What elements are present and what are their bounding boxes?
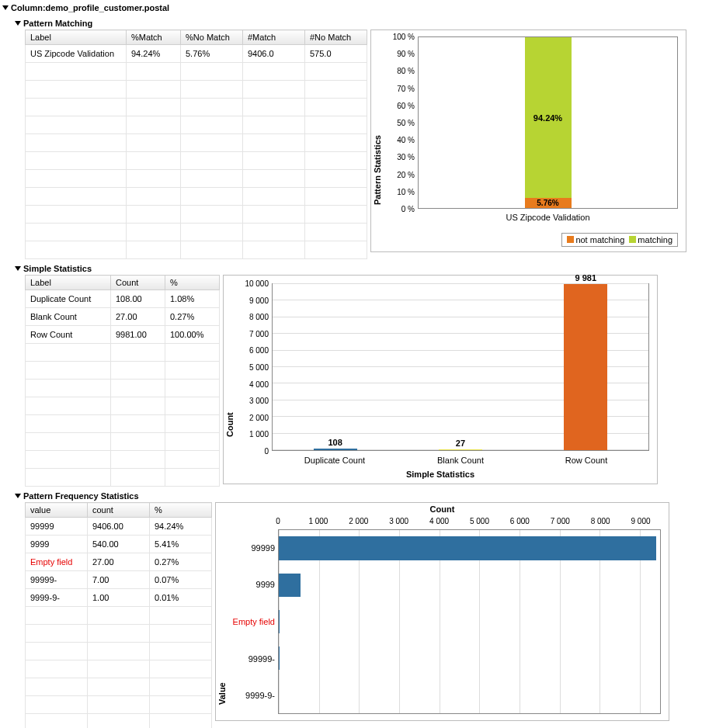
expand-icon [15, 266, 21, 271]
match-pct-label: 94.24% [525, 37, 572, 198]
table-row[interactable]: 999999406.0094.24% [26, 518, 212, 536]
x-category: US Zipcode Validation [418, 213, 678, 222]
expand-icon [15, 21, 21, 26]
y-axis-label: Count [225, 307, 235, 437]
expand-icon [15, 494, 21, 498]
nomatch-pct-label: 5.76% [525, 198, 572, 208]
col-value[interactable]: value [26, 503, 88, 518]
table-row[interactable]: US Zipcode Validation 94.24% 5.76% 9406.… [26, 45, 367, 63]
col-pmatch[interactable]: %Match [127, 30, 181, 45]
col-pnomatch[interactable]: %No Match [181, 30, 243, 45]
pattern-freq-chart: Count Value 01 0002 0003 0004 0005 0006 … [215, 502, 669, 721]
y-axis-label: Value [217, 549, 227, 705]
table-row[interactable]: Duplicate Count108.001.08% [26, 290, 220, 308]
pattern-matching-table[interactable]: Label %Match %No Match #Match #No Match … [25, 29, 367, 259]
table-row[interactable]: 99999-7.000.07% [26, 571, 212, 589]
col-label[interactable]: Label [26, 30, 127, 45]
col-pct[interactable]: % [165, 276, 220, 290]
expand-icon [2, 5, 9, 10]
simple-stats-table[interactable]: Label Count % Duplicate Count108.001.08%… [25, 275, 220, 487]
section-title: Pattern Frequency Statistics [23, 491, 139, 501]
col-pct[interactable]: % [150, 503, 212, 518]
col-nnomatch[interactable]: #No Match [305, 30, 367, 45]
table-row[interactable]: Row Count9981.00100.00% [26, 326, 220, 344]
pattern-freq-table[interactable]: value count % 999999406.0094.24%9999540.… [25, 502, 212, 728]
pattern-frequency-header[interactable]: Pattern Frequency Statistics [16, 490, 699, 502]
col-count[interactable]: Count [111, 276, 165, 290]
x-axis-label: Count [216, 504, 669, 514]
simple-stats-chart: Count 108279 981 01 0002 0003 0004 0005 … [223, 275, 658, 484]
column-header[interactable]: Column:demo_profile_customer.postal [3, 2, 699, 14]
col-count[interactable]: count [88, 503, 150, 518]
pattern-matching-header[interactable]: Pattern Matching [16, 17, 699, 29]
table-row[interactable]: 9999-9-1.000.01% [26, 589, 212, 607]
table-row[interactable]: Blank Count27.000.27% [26, 308, 220, 326]
column-title: Column:demo_profile_customer.postal [11, 3, 169, 12]
y-axis-label: Pattern Statistics [373, 54, 382, 205]
chart-legend: not matching matching [561, 233, 678, 247]
pattern-statistics-chart: Pattern Statistics 94.24% 5.76% US Zipco… [370, 29, 686, 252]
section-title: Pattern Matching [23, 19, 92, 28]
col-label[interactable]: Label [26, 276, 111, 290]
col-nmatch[interactable]: #Match [243, 30, 305, 45]
table-row[interactable]: Empty field27.000.27% [26, 553, 212, 571]
x-axis-label: Simple Statistics [224, 470, 657, 479]
table-row[interactable]: 9999540.005.41% [26, 536, 212, 553]
section-title: Simple Statistics [23, 264, 92, 273]
